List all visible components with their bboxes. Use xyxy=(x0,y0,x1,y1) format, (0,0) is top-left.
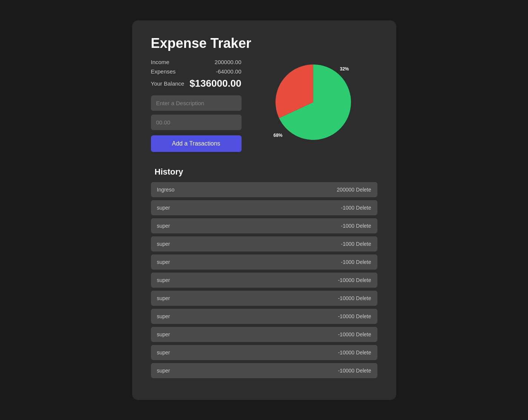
history-item-name: super xyxy=(157,368,170,374)
history-item-amount: -10000 xyxy=(338,331,354,337)
history-item-amount: -10000 xyxy=(338,295,354,301)
history-item-amount: -1000 xyxy=(341,223,354,229)
history-list: Ingreso200000Deletesuper-1000Deletesuper… xyxy=(151,182,377,378)
balance-value: $136000.00 xyxy=(189,78,241,89)
app-card: Expense Traker Income 200000.00 Expenses… xyxy=(132,20,396,400)
history-item: super-10000Delete xyxy=(151,273,377,288)
pie-chart xyxy=(270,59,357,146)
history-item-amount: -10000 xyxy=(338,368,354,374)
delete-button[interactable]: Delete xyxy=(356,187,371,193)
history-item-name: super xyxy=(157,349,170,356)
history-item-amount: -1000 xyxy=(341,259,354,265)
history-item: super-10000Delete xyxy=(151,327,377,342)
delete-button[interactable]: Delete xyxy=(356,349,371,356)
history-item: super-1000Delete xyxy=(151,200,377,215)
delete-button[interactable]: Delete xyxy=(356,277,371,283)
history-item-amount: -1000 xyxy=(341,241,354,247)
balance-row: Your Balance $136000.00 xyxy=(151,78,242,89)
delete-button[interactable]: Delete xyxy=(356,295,371,301)
delete-button[interactable]: Delete xyxy=(356,241,371,247)
history-item-name: super xyxy=(157,259,170,265)
description-input[interactable] xyxy=(151,95,242,111)
delete-button[interactable]: Delete xyxy=(356,331,371,337)
chart-container: 32% 68% xyxy=(249,59,377,146)
history-item-name: super xyxy=(157,241,170,247)
delete-button[interactable]: Delete xyxy=(356,223,371,229)
expenses-label: Expenses xyxy=(151,68,176,75)
delete-button[interactable]: Delete xyxy=(356,368,371,374)
history-item: super-10000Delete xyxy=(151,345,377,360)
history-item-name: super xyxy=(157,313,170,319)
income-label: Income xyxy=(151,59,169,65)
history-item: super-10000Delete xyxy=(151,291,377,306)
delete-button[interactable]: Delete xyxy=(356,313,371,319)
history-item: super-1000Delete xyxy=(151,236,377,251)
history-item-name: Ingreso xyxy=(157,187,175,193)
history-section: History Ingreso200000Deletesuper-1000Del… xyxy=(151,167,377,378)
history-item-name: super xyxy=(157,205,170,211)
history-item-amount: -10000 xyxy=(338,313,354,319)
amount-input[interactable] xyxy=(151,115,242,130)
history-item-name: super xyxy=(157,223,170,229)
history-item: super-10000Delete xyxy=(151,309,377,324)
delete-button[interactable]: Delete xyxy=(356,259,371,265)
expenses-value: -64000.00 xyxy=(216,68,242,75)
left-panel: Income 200000.00 Expenses -64000.00 Your… xyxy=(151,59,242,152)
income-percent-label: 68% xyxy=(274,133,283,138)
delete-button[interactable]: Delete xyxy=(356,205,371,211)
top-section: Income 200000.00 Expenses -64000.00 Your… xyxy=(151,59,377,152)
history-item-name: super xyxy=(157,277,170,283)
history-title: History xyxy=(155,167,377,177)
add-transaction-button[interactable]: Add a Trasactions xyxy=(151,135,242,152)
expense-percent-label: 32% xyxy=(340,66,349,72)
history-item-amount: -10000 xyxy=(338,277,354,283)
history-item-amount: 200000 xyxy=(337,187,354,193)
income-value: 200000.00 xyxy=(215,59,242,65)
history-item-name: super xyxy=(157,295,170,301)
history-item-amount: -1000 xyxy=(341,205,354,211)
history-item: super-10000Delete xyxy=(151,363,377,378)
history-item-amount: -10000 xyxy=(338,349,354,356)
history-item-name: super xyxy=(157,331,170,337)
balance-label: Your Balance xyxy=(151,80,185,87)
history-item: super-1000Delete xyxy=(151,254,377,270)
history-item: super-1000Delete xyxy=(151,218,377,233)
history-item: Ingreso200000Delete xyxy=(151,182,377,197)
income-row: Income 200000.00 xyxy=(151,59,242,65)
expenses-row: Expenses -64000.00 xyxy=(151,68,242,75)
app-title: Expense Traker xyxy=(151,35,377,51)
